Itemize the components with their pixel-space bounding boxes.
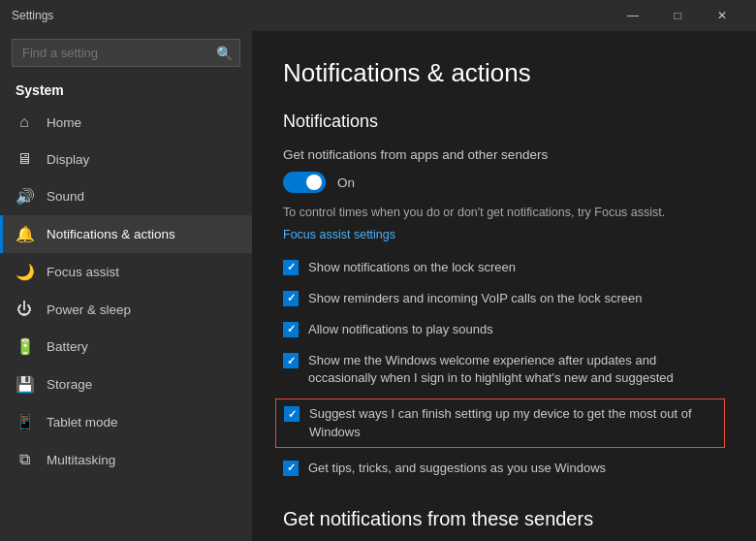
notifications-section-title: Notifications [283, 111, 725, 132]
checkbox-setup: Suggest ways I can finish setting up my … [275, 398, 725, 447]
sidebar-item-battery[interactable]: 🔋 Battery [0, 328, 252, 366]
sidebar-item-focus[interactable]: 🌙 Focus assist [0, 253, 252, 291]
minimize-button[interactable]: — [611, 0, 655, 31]
sidebar-item-label: Home [47, 115, 81, 130]
sound-icon: 🔊 [16, 187, 33, 206]
sidebar-item-label: Multitasking [47, 453, 115, 467]
checkbox-lock-screen-label: Show notifications on the lock screen [308, 259, 516, 276]
sidebar-item-label: Sound [47, 189, 84, 204]
sidebar-item-label: Storage [47, 377, 92, 392]
notifications-icon: 🔔 [16, 225, 33, 243]
main-layout: 🔍 System ⌂ Home 🖥 Display 🔊 Sound 🔔 Noti… [0, 31, 756, 541]
multitasking-icon: ⧉ [16, 451, 33, 468]
sidebar-item-label: Focus assist [47, 265, 119, 279]
checkbox-reminders-input[interactable] [283, 291, 299, 306]
sidebar-item-multitasking[interactable]: ⧉ Multitasking [0, 441, 252, 478]
sidebar-item-home[interactable]: ⌂ Home [0, 104, 252, 141]
checkbox-reminders-label: Show reminders and incoming VoIP calls o… [308, 290, 642, 307]
focus-icon: 🌙 [16, 263, 33, 281]
maximize-button[interactable]: □ [655, 0, 700, 31]
sidebar-item-label: Power & sleep [47, 302, 131, 317]
content-area: Notifications & actions Notifications Ge… [252, 31, 756, 541]
checkbox-tips-input[interactable] [283, 461, 299, 476]
display-icon: 🖥 [16, 150, 33, 168]
notifications-toggle[interactable] [283, 172, 326, 193]
checkbox-sounds: Allow notifications to play sounds [283, 319, 725, 340]
sidebar-item-display[interactable]: 🖥 Display [0, 141, 252, 177]
search-icon: 🔍 [216, 46, 233, 61]
sidebar-item-storage[interactable]: 💾 Storage [0, 366, 252, 403]
battery-icon: 🔋 [16, 337, 33, 356]
sidebar: 🔍 System ⌂ Home 🖥 Display 🔊 Sound 🔔 Noti… [0, 31, 252, 541]
sidebar-item-sound[interactable]: 🔊 Sound [0, 177, 252, 215]
sidebar-item-label: Notifications & actions [47, 227, 175, 241]
page-title: Notifications & actions [283, 58, 725, 88]
titlebar: Settings — □ ✕ [0, 0, 756, 31]
checkbox-welcome-label: Show me the Windows welcome experience a… [308, 352, 725, 387]
power-icon: ⏻ [16, 301, 33, 318]
sidebar-item-tablet[interactable]: 📱 Tablet mode [0, 403, 252, 441]
checkbox-sounds-input[interactable] [283, 322, 299, 337]
checkbox-tips-label: Get tips, tricks, and suggestions as you… [308, 460, 606, 477]
window-controls: — □ ✕ [611, 0, 744, 31]
checkbox-setup-label: Suggest ways I can finish setting up my … [309, 405, 716, 440]
checkbox-welcome: Show me the Windows welcome experience a… [283, 350, 725, 389]
focus-assist-link[interactable]: Focus assist settings [283, 228, 395, 241]
checkbox-welcome-input[interactable] [283, 353, 299, 368]
sidebar-item-label: Tablet mode [47, 415, 118, 430]
tablet-icon: 📱 [16, 413, 33, 431]
checkbox-setup-input[interactable] [284, 406, 299, 422]
sidebar-item-notifications[interactable]: 🔔 Notifications & actions [0, 215, 252, 253]
notifications-toggle-row: On [283, 172, 725, 193]
titlebar-title: Settings [12, 9, 611, 22]
home-icon: ⌂ [16, 113, 33, 131]
search-container: 🔍 [12, 39, 240, 67]
senders-section-title: Get notifications from these senders [283, 508, 725, 530]
focus-assist-info: To control times when you do or don't ge… [283, 205, 725, 222]
checkbox-reminders: Show reminders and incoming VoIP calls o… [283, 288, 725, 309]
sidebar-item-label: Battery [47, 339, 88, 354]
toggle-state-label: On [337, 175, 355, 190]
checkbox-tips: Get tips, tricks, and suggestions as you… [283, 458, 725, 479]
search-input[interactable] [12, 39, 240, 67]
system-label: System [0, 75, 252, 104]
storage-icon: 💾 [16, 375, 33, 394]
checkbox-sounds-label: Allow notifications to play sounds [308, 321, 493, 338]
sidebar-item-label: Display [47, 152, 89, 167]
checkbox-lock-screen-input[interactable] [283, 260, 299, 275]
toggle-description: Get notifications from apps and other se… [283, 147, 725, 162]
sidebar-item-power[interactable]: ⏻ Power & sleep [0, 291, 252, 328]
checkbox-lock-screen: Show notifications on the lock screen [283, 257, 725, 278]
close-button[interactable]: ✕ [700, 0, 744, 31]
